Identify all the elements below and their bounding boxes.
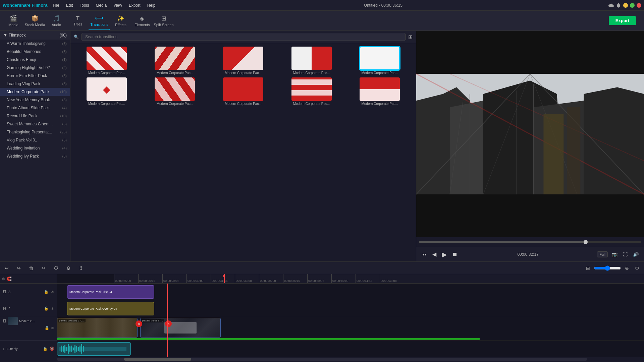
sidebar-item-wedding-ivy[interactable]: Wedding Ivy Pack (3) <box>0 152 70 160</box>
sidebar-item-thanksgiving[interactable]: Thanksgiving Presentat... (25) <box>0 128 70 136</box>
sidebar-item-modern-corporate[interactable]: Modern Corporate Pack (10) <box>0 88 70 96</box>
sidebar-item-new-year-memory[interactable]: New Year Memory Book (5) <box>0 96 70 104</box>
add-track-icon[interactable]: ⊕ <box>2 277 5 281</box>
transition-item-5[interactable]: Modern Corporate Pac... <box>347 47 413 75</box>
transition-item-9[interactable]: Modern Corporate Pac... <box>279 77 344 106</box>
track-lock-icon[interactable]: 🔒 <box>44 290 49 294</box>
transition-marker-2[interactable]: ✕ <box>165 320 172 327</box>
close-button[interactable] <box>637 3 641 8</box>
maximize-button[interactable] <box>630 3 635 8</box>
tool-split-screen[interactable]: ⊞ Split Screen <box>153 11 174 30</box>
clip-video1a[interactable]: pexels-pixabay-270... <box>57 318 138 338</box>
sidebar-item-label: Thanksgiving Presentat... <box>7 130 52 134</box>
transition-marker-1[interactable]: ✕ <box>136 320 142 327</box>
sidebar-item-loading-vlog[interactable]: Loading Vlog Pack (8) <box>0 80 70 88</box>
svg-rect-29 <box>76 346 77 352</box>
menu-media[interactable]: Media <box>93 2 109 8</box>
grid-view-icon[interactable]: ⊞ <box>408 34 413 40</box>
zoom-fit-button[interactable]: ⊟ <box>584 264 592 272</box>
track-visibility-icon[interactable]: 👁 <box>51 290 54 294</box>
transition-item-3[interactable]: Modern Corporate Pac... <box>210 47 276 75</box>
transition-label-3: Modern Corporate Pac... <box>225 71 262 75</box>
duration-button[interactable]: ⏱ <box>52 264 60 272</box>
fullscreen-button[interactable]: ⛶ <box>622 250 629 258</box>
track-lock-icon[interactable]: 🔒 <box>43 347 48 351</box>
cut-button[interactable]: ✂ <box>40 264 48 272</box>
track-mute-icon[interactable]: 🔇 <box>50 347 54 351</box>
menu-help[interactable]: Help <box>145 2 158 8</box>
sidebar-item-wedding-invitation[interactable]: Wedding Invitation (4) <box>0 144 70 152</box>
audio-mix-button[interactable]: 🎚 <box>77 264 86 272</box>
undo-button[interactable]: ↩ <box>3 264 11 272</box>
menu-tools[interactable]: Tools <box>77 2 92 8</box>
transition-item-4[interactable]: Modern Corporate Pac... <box>279 47 344 75</box>
sidebar-item-vlog-pack[interactable]: Vlog Pack Vol 01 (5) <box>0 136 70 144</box>
transition-item-10[interactable]: Modern Corporate Pac... <box>347 77 413 106</box>
transition-item-7[interactable]: Modern Corporate Pac... <box>142 77 208 106</box>
transition-item-6[interactable]: Modern Corporate Pac... <box>74 77 140 106</box>
tool-audio[interactable]: 🎵 Audio <box>46 11 67 30</box>
clip-video2[interactable]: Modern Corporate Pack Overlay 04 <box>67 302 154 315</box>
sidebar-item-warm-thanksgiving[interactable]: A Warm Thanksgiving (3) <box>0 40 70 48</box>
preview-quality[interactable]: Full <box>597 251 608 257</box>
menu-edit[interactable]: Edit <box>63 2 76 8</box>
zoom-in-button[interactable]: ⊕ <box>623 264 631 272</box>
sidebar-item-photo-album[interactable]: Photo Album Slide Pack (4) <box>0 104 70 112</box>
timeline-zoom-slider[interactable] <box>594 265 621 271</box>
transition-item-1[interactable]: Modern Corporate Pac... <box>74 47 140 75</box>
export-button[interactable]: Export <box>609 16 636 25</box>
clip-video3[interactable]: Modern Corporate Pack Title 04 <box>67 285 154 299</box>
sidebar-item-gaming-highlight[interactable]: Gaming Highlight Vol 02 (4) <box>0 64 70 72</box>
timeline-snap-icon[interactable]: 🧲 <box>7 277 12 281</box>
menu-view[interactable]: View <box>111 2 125 8</box>
sidebar-item-label: Gaming Highlight Vol 02 <box>7 65 50 70</box>
play-button[interactable]: ▶ <box>440 249 448 260</box>
clip-audio1[interactable] <box>57 342 131 356</box>
redo-button[interactable]: ↪ <box>15 264 23 272</box>
sidebar-item-record-life[interactable]: Record Life Pack (10) <box>0 112 70 120</box>
clip-video1b[interactable]: pexels-burst-37... <box>140 318 221 338</box>
title-bar-right[interactable] <box>608 3 641 8</box>
adjust-button[interactable]: ⚙ <box>64 264 73 272</box>
delete-button[interactable]: 🗑 <box>27 264 36 272</box>
sidebar-item-beautiful-memories[interactable]: Beautiful Memories (3) <box>0 48 70 56</box>
sidebar-item-sweet-memories[interactable]: Sweet Memories Cinem... (5) <box>0 120 70 128</box>
sidebar-item-horror-film[interactable]: Horror Film Filter Pack (8) <box>0 72 70 80</box>
menu-file[interactable]: File <box>50 2 62 8</box>
scrollbar-thumb[interactable] <box>124 358 191 361</box>
stop-button[interactable]: ⏹ <box>451 250 459 259</box>
cloud-icon[interactable] <box>608 3 614 8</box>
notification-icon[interactable] <box>616 3 621 8</box>
tool-media[interactable]: 🎬 Media <box>3 11 24 30</box>
sidebar-item-count: (1) <box>62 58 67 62</box>
tool-elements[interactable]: ◈ Elements <box>131 11 153 30</box>
tool-transitions[interactable]: ⟷ Transitions <box>89 11 110 30</box>
track-visibility-icon[interactable]: 👁 <box>51 326 54 330</box>
audio-icon: 🎵 <box>53 15 60 22</box>
sidebar-item-label: Photo Album Slide Pack <box>7 106 50 110</box>
prev-frame-button[interactable]: ⏮ <box>420 250 428 259</box>
transition-item-8[interactable]: Modern Corporate Pac... <box>210 77 276 106</box>
snapshot-button[interactable]: 📷 <box>610 250 619 258</box>
transition-item-2[interactable]: Modern Corporate Pac... <box>142 47 208 75</box>
timeline-settings-button[interactable]: ⚙ <box>633 264 641 272</box>
sidebar-item-count: (3) <box>62 154 67 158</box>
volume-button[interactable]: 🔊 <box>632 250 640 258</box>
track-content: Modern Corporate Pack Title 04 Modern Co… <box>57 284 644 357</box>
track-lock-icon[interactable]: 🔒 <box>44 306 49 311</box>
search-input[interactable] <box>82 33 406 41</box>
transition-label-5: Modern Corporate Pac... <box>361 71 398 75</box>
rewind-button[interactable]: ◀ <box>431 250 438 259</box>
tool-titles[interactable]: T Titles <box>67 11 89 30</box>
sidebar-item-christmas-emoji[interactable]: Christmas Emoji (1) <box>0 56 70 64</box>
tool-effects[interactable]: ✨ Effects <box>110 11 131 30</box>
minimize-button[interactable] <box>623 3 628 8</box>
menu-export[interactable]: Export <box>126 2 143 8</box>
transition-thumb-7 <box>155 77 195 101</box>
track-visibility-icon[interactable]: 👁 <box>51 307 54 311</box>
track-lock-icon[interactable]: 🔒 <box>45 326 49 330</box>
timeline-ruler: 00:00:25:00 00:00:26:16 00:00:28:08 00:0… <box>114 274 644 284</box>
transition-thumb-5 <box>360 47 400 70</box>
tool-stock-media[interactable]: 📦 Stock Media <box>24 11 46 30</box>
sidebar-collapse-icon[interactable]: ▼ <box>3 33 7 38</box>
